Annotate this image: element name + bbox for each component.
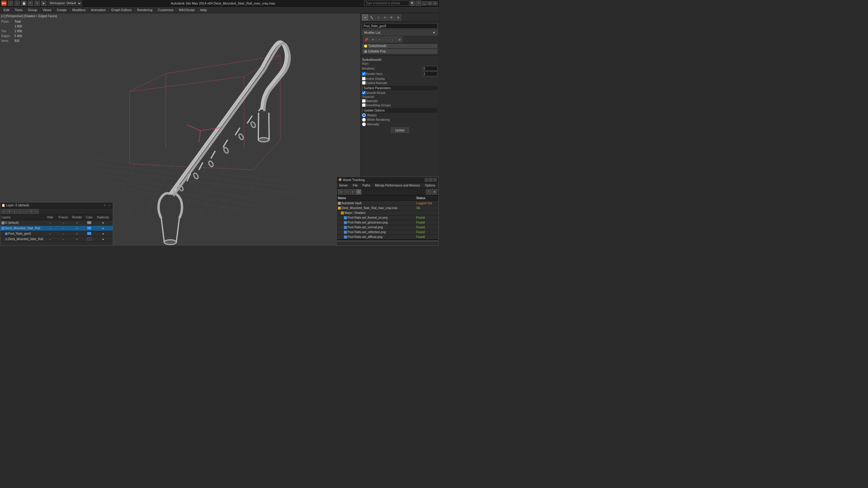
- svg-line-48: [199, 131, 200, 143]
- asset-panel-title: 📦 Asset Tracking: [338, 178, 365, 182]
- asset-help-icon[interactable]: ?: [426, 189, 431, 195]
- asset-icon-3[interactable]: ≡: [350, 189, 355, 195]
- layer-row-deck2[interactable]: Deck_Mounted_Stair_Rail – – ✓ ●: [0, 236, 113, 242]
- layer-add-btn[interactable]: +: [12, 209, 17, 214]
- modifier-bulb-editablepoly[interactable]: [364, 50, 367, 53]
- workspace-dropdown[interactable]: Workspace: Default: [48, 1, 82, 6]
- viewport-label[interactable]: [+] [Perspective] [Shaded + Edged Faces]: [1, 14, 57, 18]
- menu-item-modifiers[interactable]: Modifiers: [70, 7, 88, 13]
- undo-btn[interactable]: ↶: [28, 1, 33, 6]
- config-mod-icon[interactable]: ⚙: [396, 36, 402, 42]
- utilities-tab[interactable]: ⚙: [395, 14, 401, 21]
- pin-icon[interactable]: 📌: [363, 36, 369, 42]
- layer-expand-btn[interactable]: ↔: [34, 209, 39, 214]
- asset-col-status: Status: [416, 196, 437, 200]
- render-iters-checkbox[interactable]: [362, 72, 366, 76]
- asset-row-maxfile[interactable]: M Deck_Mounted_Stair_Rail_max_vray.max O…: [337, 206, 438, 210]
- layer-funnel-btn[interactable]: ▽: [29, 209, 33, 214]
- asset-row-normal[interactable]: Pool Rails-set_normal.png Found: [337, 225, 438, 230]
- explicit-normals-checkbox[interactable]: [362, 81, 366, 85]
- asset-settings-icon[interactable]: ⚙: [432, 189, 437, 195]
- layer-close-btn[interactable]: ×: [107, 203, 112, 207]
- maximize-button[interactable]: □: [427, 1, 432, 5]
- asset-menu-options[interactable]: Options: [423, 183, 438, 188]
- minimize-button[interactable]: _: [422, 1, 427, 5]
- layer-move-btn[interactable]: →: [23, 209, 28, 214]
- asset-row-diffuse[interactable]: Pool Rails-set_diffuse.png Found: [337, 235, 438, 239]
- col-radiosity: Radiosity: [95, 216, 112, 219]
- layer-select-btn[interactable]: ↑: [18, 209, 23, 214]
- asset-window-buttons: _ □ ×: [425, 178, 437, 182]
- asset-row-glossiness[interactable]: Pool Rails-set_glossiness.png Found: [337, 220, 438, 225]
- menu-item-edit[interactable]: Edit: [1, 7, 12, 13]
- always-radio[interactable]: [362, 113, 366, 117]
- asset-status-maxfile: Ok: [416, 206, 437, 210]
- menu-item-customize[interactable]: Customize: [156, 7, 176, 13]
- layer-row-default[interactable]: 0 (default) – – ✓ ●: [0, 220, 113, 226]
- smoothing-groups-checkbox[interactable]: [362, 103, 366, 107]
- asset-row-vault[interactable]: V Autodesk Vault Logged Out: [337, 201, 438, 206]
- delete-mod-icon[interactable]: ✕: [370, 36, 376, 42]
- asset-menu-file[interactable]: File: [350, 183, 360, 188]
- menu-item-rendering[interactable]: Rendering: [135, 7, 155, 13]
- save-btn[interactable]: 💾: [21, 1, 27, 6]
- object-name-input[interactable]: [362, 23, 438, 29]
- asset-close-btn[interactable]: ×: [433, 178, 437, 182]
- materials-checkbox[interactable]: [362, 99, 366, 103]
- modifier-editablepoly[interactable]: Editable Poly: [362, 49, 438, 54]
- add-mod-icon[interactable]: +: [376, 36, 382, 42]
- asset-row-maps[interactable]: Maps / Shaders: [337, 210, 438, 216]
- menu-item-tools[interactable]: Tools: [12, 7, 25, 13]
- create-tab[interactable]: ✦: [362, 14, 368, 21]
- asset-minimize-btn[interactable]: _: [425, 178, 428, 182]
- manually-radio[interactable]: [362, 122, 366, 126]
- open-btn[interactable]: ⌂: [14, 1, 20, 6]
- close-button[interactable]: ×: [433, 1, 438, 5]
- asset-menu-paths[interactable]: Paths: [360, 183, 373, 188]
- asset-menu-bitmap[interactable]: Bitmap Performance and Memory: [373, 183, 423, 188]
- redo-btn[interactable]: ↷: [34, 1, 40, 6]
- asset-menu-server[interactable]: Server: [337, 183, 350, 188]
- help-icon[interactable]: ?: [416, 1, 421, 6]
- modifier-turbosmooth[interactable]: TurboSmooth: [362, 43, 438, 48]
- menu-item-create[interactable]: Create: [54, 7, 69, 13]
- asset-scrollbar[interactable]: [337, 240, 438, 241]
- menu-item-maxscript[interactable]: MAXScript: [177, 7, 197, 13]
- modifier-list-arrow: ▼: [433, 31, 435, 34]
- motion-tab[interactable]: ⟳: [382, 14, 388, 21]
- asset-restore-btn[interactable]: □: [429, 178, 433, 182]
- smooth-result-checkbox[interactable]: [362, 91, 366, 95]
- update-button[interactable]: Update: [391, 127, 409, 133]
- menu-item-group[interactable]: Group: [26, 7, 40, 13]
- asset-row-reflection[interactable]: Pool Rails-set_reflection.png Found: [337, 230, 438, 235]
- move-up-icon[interactable]: ↑: [383, 36, 389, 42]
- iterations-input[interactable]: [423, 66, 438, 71]
- layer-delete-btn[interactable]: ✕: [7, 209, 12, 214]
- display-tab[interactable]: 👁: [389, 14, 395, 21]
- asset-row-fresnel[interactable]: Pool Rails-set_fresnel_ior.png Found: [337, 216, 438, 220]
- modifier-list-dropdown[interactable]: Modifier List ▼: [362, 30, 438, 35]
- layer-help-btn[interactable]: ?: [102, 203, 107, 207]
- menu-item-views[interactable]: Views: [40, 7, 54, 13]
- menu-item-animation[interactable]: Animation: [89, 7, 108, 13]
- search-icon[interactable]: 🔍: [410, 1, 415, 6]
- isoline-checkbox[interactable]: [362, 77, 366, 80]
- layer-new-btn[interactable]: □: [1, 209, 6, 214]
- render-iters-input[interactable]: [423, 71, 438, 76]
- render-btn[interactable]: ▶: [41, 1, 46, 6]
- menu-item-help[interactable]: Help: [198, 7, 210, 13]
- asset-icon-2[interactable]: □: [344, 189, 349, 195]
- search-input[interactable]: [364, 1, 409, 6]
- asset-icon-1[interactable]: ⬡: [338, 189, 343, 195]
- new-btn[interactable]: □: [8, 1, 13, 6]
- layer-row-pool[interactable]: Pool_Rails_geo5 – – ✓ ●: [0, 231, 113, 236]
- asset-icon-4[interactable]: ☰: [356, 189, 361, 195]
- menu-item-graph-editors[interactable]: Graph Editors: [109, 7, 134, 13]
- modify-tab[interactable]: 🔧: [369, 14, 375, 21]
- when-rendering-radio[interactable]: [362, 118, 366, 122]
- modifier-bulb-turbosmooth[interactable]: [364, 44, 367, 47]
- move-down-icon[interactable]: ↓: [390, 36, 396, 42]
- layer-row-deck[interactable]: Deck_Mounted_Stair_Rail – – ✓ ●: [0, 226, 113, 231]
- hierarchy-tab[interactable]: ⬡: [375, 14, 381, 21]
- param-header: TurboSmooth: [362, 58, 438, 61]
